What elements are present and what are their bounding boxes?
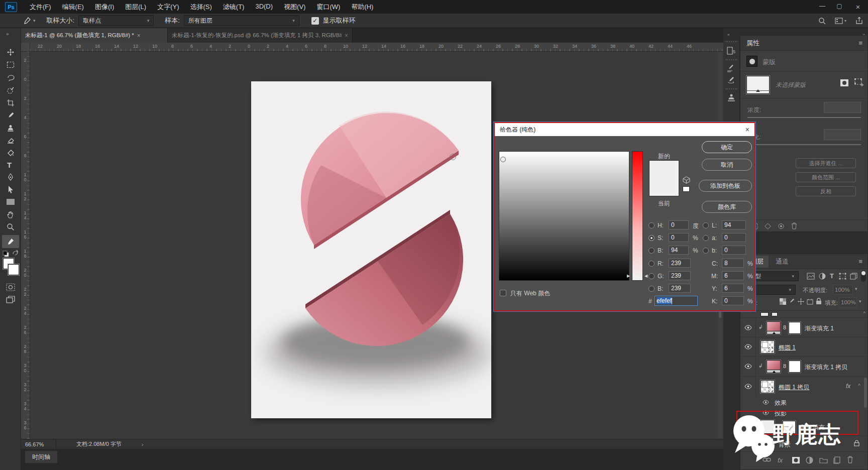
menu-item-select[interactable]: 选择(S): [184, 3, 217, 12]
menu-item-3d[interactable]: 3D(D): [250, 3, 278, 12]
y-input[interactable]: 6: [722, 284, 744, 293]
menu-item-file[interactable]: 文件(F): [24, 3, 57, 12]
effects-label[interactable]: 效果: [775, 399, 787, 407]
sample-layers-dropdown[interactable]: 所有图层▾: [184, 15, 299, 26]
color-range-button[interactable]: 颜色范围 ...: [796, 172, 856, 182]
screen-mode-icon[interactable]: [6, 296, 15, 303]
radio-r[interactable]: [648, 261, 655, 267]
tab-channels[interactable]: 通道: [776, 257, 789, 266]
zoom-tool[interactable]: [7, 223, 15, 231]
ruler-left[interactable]: 2024681012141618202224262830323436: [21, 52, 30, 439]
filter-pixel-icon[interactable]: [807, 273, 815, 280]
hex-input[interactable]: efefef: [655, 296, 698, 306]
gamut-cube-icon[interactable]: [683, 176, 690, 184]
menu-item-image[interactable]: 图像(I): [89, 3, 120, 12]
fill-field[interactable]: 100%: [839, 297, 857, 307]
panel-menu-icon[interactable]: ≡: [858, 39, 862, 47]
document-tab-active[interactable]: 未标题-1 @ 66.7% (颜色填充 1, RGB/8#) * ×: [21, 28, 168, 43]
mask-enable-icon[interactable]: [778, 223, 785, 229]
g-input[interactable]: 239: [669, 271, 691, 280]
c-input[interactable]: 8: [722, 259, 744, 268]
layer-fx-badge[interactable]: fx: [846, 383, 850, 390]
brush-tool[interactable]: [7, 111, 15, 120]
gamut-swatch[interactable]: [683, 186, 690, 192]
radio-b3[interactable]: [648, 286, 655, 292]
filter-shape-icon[interactable]: [839, 273, 846, 280]
h-input[interactable]: 0: [669, 220, 689, 229]
stamp-panel-icon[interactable]: [727, 93, 736, 102]
workspace-icon[interactable]: ▾: [835, 18, 846, 24]
mask-link-icon[interactable]: 8: [783, 363, 786, 369]
ruler-top[interactable]: 2220181614121086420246810121416182022242…: [30, 43, 723, 52]
density-slider[interactable]: [747, 117, 861, 118]
toolbar-collapse-icon[interactable]: »: [6, 31, 9, 37]
layer-row-effects[interactable]: 效果: [740, 397, 867, 408]
layer-row-ellipse-1-copy[interactable]: 椭圆 1 拷贝 fx ^: [740, 377, 867, 397]
menu-item-view[interactable]: 视图(V): [278, 3, 311, 12]
lock-all-icon[interactable]: [816, 298, 822, 305]
feather-slider[interactable]: [747, 144, 861, 145]
b2-input[interactable]: 0: [722, 246, 746, 255]
tab-properties[interactable]: 属性: [746, 39, 759, 48]
layer-row-ellipse-1[interactable]: 椭圆 1: [740, 337, 867, 357]
layer-name[interactable]: 渐变填充 1 拷贝: [805, 363, 847, 372]
layer-name[interactable]: 渐变填充 1: [805, 324, 834, 333]
artboard[interactable]: [251, 81, 491, 418]
menu-item-layer[interactable]: 图层(L): [120, 3, 152, 12]
menu-item-type[interactable]: 文字(Y): [152, 3, 184, 12]
shape-layer-thumbnail[interactable]: [761, 380, 775, 393]
zoom-level-field[interactable]: 66.67%: [21, 439, 56, 449]
status-expand-icon[interactable]: ›: [142, 441, 144, 447]
color-slider-strip[interactable]: [632, 151, 643, 281]
visibility-eye-icon[interactable]: [744, 384, 752, 389]
dock-collapse-left-icon[interactable]: «: [727, 32, 730, 37]
layer-row-gradient-fill-1[interactable]: 8 渐变填充 1: [740, 318, 867, 337]
visibility-eye-icon[interactable]: [744, 344, 752, 349]
layer-name[interactable]: 椭圆 1 拷贝: [779, 383, 809, 392]
add-layer-mask-icon[interactable]: [840, 79, 849, 87]
menu-item-filter[interactable]: 滤镜(T): [218, 3, 250, 12]
a-input[interactable]: 0: [722, 233, 746, 242]
panel-menu-icon[interactable]: ≡: [858, 258, 862, 265]
layer-name[interactable]: 椭圆 1: [779, 343, 796, 352]
m-input[interactable]: 6: [722, 271, 744, 280]
pen-tool[interactable]: [7, 173, 15, 181]
radio-h[interactable]: [648, 222, 655, 228]
rectangle-tool[interactable]: [7, 199, 15, 205]
radio-l[interactable]: [703, 222, 709, 228]
mask-delete-icon[interactable]: [791, 222, 797, 229]
b-input[interactable]: 94: [669, 246, 689, 255]
lock-transparent-icon[interactable]: [780, 298, 786, 305]
window-close-button[interactable]: ×: [848, 3, 868, 11]
window-maximize-button[interactable]: ▢: [831, 3, 848, 11]
brush-settings-panel-icon[interactable]: [727, 64, 736, 72]
clone-source-panel-icon[interactable]: [727, 76, 736, 84]
hand-tool[interactable]: [7, 210, 15, 218]
cancel-button[interactable]: 取消: [702, 159, 752, 171]
menu-item-window[interactable]: 窗口(W): [311, 3, 346, 12]
density-value-field[interactable]: [824, 102, 861, 113]
l-input[interactable]: 94: [722, 220, 746, 229]
radio-a[interactable]: [703, 235, 709, 241]
crop-tool[interactable]: [7, 99, 15, 107]
color-field-marker[interactable]: [500, 157, 506, 162]
mask-thumbnail[interactable]: [746, 76, 770, 94]
r-input[interactable]: 239: [669, 259, 691, 268]
lock-position-icon[interactable]: [798, 298, 804, 305]
timeline-tab[interactable]: 时间轴: [25, 451, 57, 463]
tool-preset-caret-icon[interactable]: ▾: [33, 18, 36, 23]
opacity-caret-icon[interactable]: ▾: [855, 286, 857, 291]
feather-value-field[interactable]: [824, 129, 861, 140]
b3-input[interactable]: 239: [669, 284, 691, 293]
eyedropper-tool-preset-icon[interactable]: [23, 17, 31, 25]
filter-toggle[interactable]: [861, 271, 866, 282]
filter-type-icon[interactable]: T: [830, 272, 834, 280]
scroll-up-icon[interactable]: ^: [863, 311, 865, 316]
filter-smart-object-icon[interactable]: [850, 273, 857, 280]
add-vector-mask-icon[interactable]: [854, 78, 864, 87]
add-to-swatches-button[interactable]: 添加到色板: [699, 180, 752, 192]
s-input[interactable]: 0: [669, 233, 689, 242]
quick-mask-icon[interactable]: [6, 283, 15, 291]
path-selection-tool[interactable]: [8, 185, 14, 193]
swap-colors-icon[interactable]: [12, 250, 19, 256]
